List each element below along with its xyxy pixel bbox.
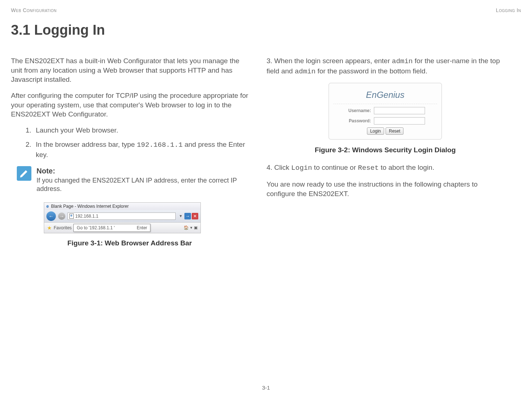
login-buttons: Login Reset: [333, 127, 437, 135]
right-column: 3. When the login screen appears, enter …: [267, 56, 504, 256]
figure-1-caption: Figure 3-1: Web Browser Address Bar: [11, 239, 248, 247]
step-4-c: to abort the login.: [379, 164, 434, 171]
password-row: Password:: [333, 117, 437, 125]
url-text: 192.168.1.1: [75, 214, 98, 219]
page-number: 3-1: [262, 384, 270, 391]
favorites-left: ★ Favorites Go to '192.168.1.1 ' Enter: [47, 224, 150, 232]
step-4-a: 4. Click: [267, 164, 291, 171]
step-1-text: Launch your Web browser.: [36, 126, 118, 135]
username-row: Username:: [333, 107, 437, 114]
step-2-number: 2.: [26, 140, 36, 159]
content-columns: The ENS202EXT has a built-in Web Configu…: [11, 56, 521, 256]
intro-paragraph-1: The ENS202EXT has a built-in Web Configu…: [11, 56, 248, 84]
figure-2-caption: Figure 3-2: Windows Security Login Dialo…: [267, 146, 504, 154]
step-3-code1: admin: [392, 57, 413, 65]
intro-paragraph-2: After configuring the computer for TCP/I…: [11, 91, 248, 119]
tooltip-b: 192.168.1.1: [89, 225, 112, 230]
feed-icon[interactable]: ▣: [194, 225, 198, 230]
home-icon[interactable]: 🏠: [184, 225, 189, 230]
nav-end-buttons: ▼ → ✕: [178, 213, 198, 219]
closing-paragraph: You are now ready to use the instruction…: [267, 180, 504, 198]
address-bar[interactable]: 192.168.1.1: [68, 213, 176, 220]
step-1: 1. Launch your Web browser.: [26, 126, 248, 135]
step-2-text-a: In the browser address bar, type: [36, 141, 137, 148]
page-icon: [69, 214, 74, 219]
enter-label: Enter: [137, 225, 147, 230]
tooltip-a: Go to ': [77, 225, 89, 230]
stop-button-icon[interactable]: ✕: [192, 213, 198, 219]
go-button-icon[interactable]: →: [184, 213, 191, 219]
step-2-code: 192.168.1.1: [137, 141, 183, 149]
note-label: Note:: [37, 166, 248, 176]
step-3-code2: admin: [295, 68, 315, 76]
tooltip-text: Go to '192.168.1.1 ': [77, 225, 115, 230]
ie-logo-icon: e: [46, 204, 49, 209]
browser-nav-bar: ← → 192.168.1.1 ▼ → ✕: [44, 210, 200, 222]
note-box: Note: If you changed the ENS202EXT LAN I…: [17, 166, 248, 194]
chevron-down-icon[interactable]: ▾: [190, 225, 192, 230]
username-label: Username:: [345, 108, 371, 113]
pencil-note-icon: [17, 166, 31, 181]
header-right: Logging In: [496, 7, 521, 13]
step-4-code1: Login: [291, 164, 312, 172]
step-2: 2. In the browser address bar, type 192.…: [26, 140, 248, 159]
browser-figure: e Blank Page - Windows Internet Explorer…: [44, 202, 201, 233]
note-text: If you changed the ENS202EXT LAN IP addr…: [37, 176, 248, 194]
favorites-bar: ★ Favorites Go to '192.168.1.1 ' Enter 🏠…: [44, 222, 200, 233]
step-3: 3. When the login screen appears, enter …: [267, 56, 504, 76]
step-3-c: for the password in the bottom field.: [315, 67, 427, 75]
username-input[interactable]: [374, 107, 425, 114]
reset-button[interactable]: Reset: [386, 127, 403, 135]
page-title: 3.1 Logging In: [11, 22, 521, 38]
browser-title-bar: e Blank Page - Windows Internet Explorer: [44, 203, 200, 210]
tooltip-c: ': [113, 225, 115, 230]
login-brand: EnGenius: [333, 88, 437, 104]
goto-tooltip: Go to '192.168.1.1 ' Enter: [73, 224, 150, 232]
browser-title: Blank Page - Windows Internet Explorer: [51, 204, 129, 209]
favorites-label: Favorites: [54, 225, 72, 230]
star-icon[interactable]: ★: [47, 225, 52, 231]
note-content: Note: If you changed the ENS202EXT LAN I…: [37, 166, 248, 194]
left-column: The ENS202EXT has a built-in Web Configu…: [11, 56, 248, 256]
back-button-icon[interactable]: ←: [46, 211, 56, 221]
step-3-a: 3. When the login screen appears, enter: [267, 57, 392, 65]
favorites-right: 🏠 ▾ ▣: [184, 225, 198, 230]
step-4-b: to continue or: [312, 164, 358, 171]
header-left: Web Configuration: [11, 7, 57, 13]
password-input[interactable]: [374, 117, 425, 125]
login-button[interactable]: Login: [367, 127, 384, 135]
page-header: Web Configuration Logging In: [11, 7, 521, 13]
step-4: 4. Click Login to continue or Reset to a…: [267, 163, 504, 173]
step-1-number: 1.: [26, 126, 36, 135]
forward-button-icon[interactable]: →: [58, 213, 65, 220]
step-4-code2: Reset: [358, 164, 379, 172]
dropdown-icon[interactable]: ▼: [178, 214, 184, 218]
password-label: Password:: [345, 118, 371, 123]
step-2-text: In the browser address bar, type 192.168…: [36, 140, 248, 159]
login-dialog-figure: EnGenius Username: Password: Login Reset: [329, 83, 442, 139]
